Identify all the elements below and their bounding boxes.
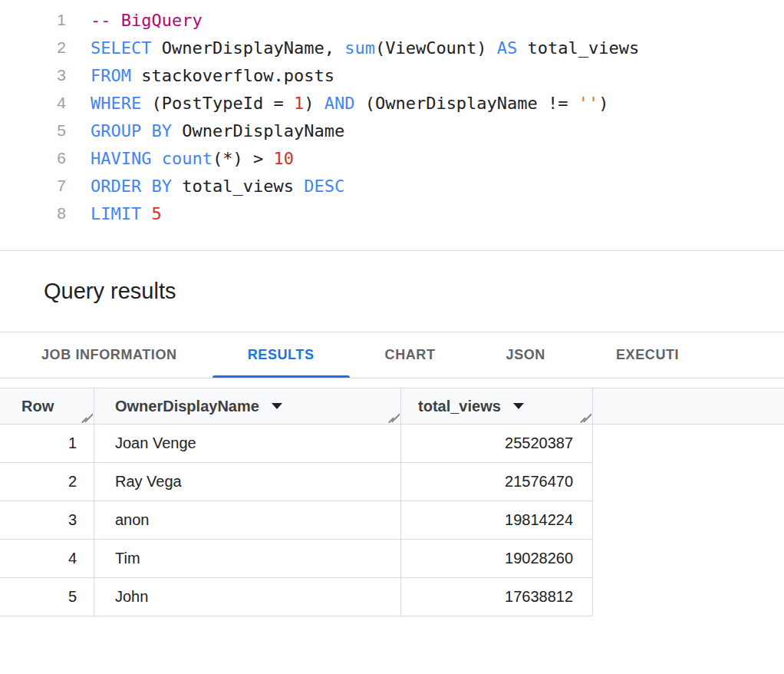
tab-execution-details[interactable]: EXECUTI bbox=[581, 332, 714, 378]
results-tabbar: JOB INFORMATION RESULTS CHART JSON EXECU… bbox=[0, 332, 784, 378]
code-token: '' bbox=[578, 94, 599, 113]
code-line[interactable]: 2 SELECT OwnerDisplayName, sum(ViewCount… bbox=[0, 34, 784, 61]
row-number-cell: 4 bbox=[0, 540, 94, 577]
owner-display-name-cell: Ray Vega bbox=[94, 463, 401, 501]
code-token: AND bbox=[324, 94, 355, 113]
owner-display-name-cell: Joan Venge bbox=[94, 425, 401, 462]
tab-label: CHART bbox=[385, 347, 436, 363]
line-number: 4 bbox=[0, 94, 66, 112]
column-header-total-views[interactable]: total_views bbox=[401, 388, 593, 424]
code-token: DESC bbox=[304, 177, 344, 196]
line-number: 7 bbox=[0, 177, 66, 195]
line-number: 3 bbox=[0, 66, 66, 84]
code-line[interactable]: 6 HAVING count(*) > 10 bbox=[0, 144, 784, 172]
results-table-header: Row OwnerDisplayName total_views bbox=[0, 388, 784, 425]
code-token: 10 bbox=[273, 149, 294, 168]
line-number: 6 bbox=[0, 149, 66, 167]
column-header-ownerdisplayname[interactable]: OwnerDisplayName bbox=[94, 388, 401, 424]
tab-chart[interactable]: CHART bbox=[350, 332, 471, 378]
table-row[interactable]: 1 Joan Venge 25520387 bbox=[0, 425, 593, 463]
table-row[interactable]: 4 Tim 19028260 bbox=[0, 540, 593, 578]
results-tbody: 1 Joan Venge 25520387 2 Ray Vega 2157647… bbox=[0, 425, 784, 616]
code-token: ) bbox=[598, 94, 608, 113]
line-number: 1 bbox=[0, 11, 66, 29]
tab-label: JOB INFORMATION bbox=[41, 347, 177, 363]
table-row[interactable]: 3 anon 19814224 bbox=[0, 501, 593, 540]
code-token: OwnerDisplayName bbox=[172, 121, 344, 140]
code-token: total_views bbox=[172, 177, 304, 196]
column-resize-handle[interactable] bbox=[580, 411, 591, 423]
code-line[interactable]: 5 GROUP BY OwnerDisplayName bbox=[0, 117, 784, 144]
code-token: AS bbox=[497, 38, 518, 58]
tab-label: EXECUTI bbox=[616, 347, 679, 363]
row-number-cell: 3 bbox=[0, 501, 94, 539]
code-token: FROM bbox=[91, 66, 131, 85]
code-text: -- BigQuery bbox=[66, 11, 203, 30]
code-token: LIMIT bbox=[91, 204, 141, 223]
code-token: HAVING bbox=[91, 149, 151, 168]
code-line[interactable]: 4 WHERE (PostTypeId = 1) AND (OwnerDispl… bbox=[0, 89, 784, 117]
tab-results[interactable]: RESULTS bbox=[212, 332, 350, 378]
line-number: 5 bbox=[0, 121, 66, 140]
code-line[interactable]: 1 -- BigQuery bbox=[0, 6, 784, 34]
column-label: Row bbox=[21, 398, 54, 415]
column-header-filler bbox=[593, 388, 784, 424]
total-views-cell: 19814224 bbox=[401, 501, 593, 539]
code-text: ORDER BY total_views DESC bbox=[66, 177, 344, 196]
code-token: (OwnerDisplayName != bbox=[354, 94, 578, 113]
tab-job-information[interactable]: JOB INFORMATION bbox=[6, 332, 212, 378]
sort-dropdown-icon[interactable] bbox=[272, 403, 282, 409]
line-number: 2 bbox=[0, 38, 66, 57]
row-number-cell: 1 bbox=[0, 425, 94, 462]
code-editor[interactable]: 1 -- BigQuery 2 SELECT OwnerDisplayName,… bbox=[0, 6, 784, 227]
tab-label: RESULTS bbox=[248, 347, 315, 363]
owner-display-name-cell: John bbox=[94, 578, 401, 616]
row-number-cell: 2 bbox=[0, 463, 94, 501]
code-token: WHERE bbox=[91, 94, 141, 113]
row-number-cell: 5 bbox=[0, 578, 94, 616]
code-token: SELECT bbox=[91, 38, 151, 58]
column-label: OwnerDisplayName bbox=[115, 398, 259, 415]
sort-dropdown-icon[interactable] bbox=[513, 403, 524, 409]
code-text: WHERE (PostTypeId = 1) AND (OwnerDisplay… bbox=[66, 94, 609, 113]
code-text: HAVING count(*) > 10 bbox=[66, 149, 294, 168]
code-token: 5 bbox=[151, 204, 161, 223]
code-token: (ViewCount) bbox=[375, 38, 497, 58]
table-row[interactable]: 5 John 17638812 bbox=[0, 578, 593, 616]
code-token: sum bbox=[344, 38, 375, 58]
bigquery-console: 1 -- BigQuery 2 SELECT OwnerDisplayName,… bbox=[0, 0, 784, 616]
code-line[interactable]: 3 FROM stackoverflow.posts bbox=[0, 61, 784, 89]
code-token: ORDER BY bbox=[91, 177, 172, 196]
code-line[interactable]: 8 LIMIT 5 bbox=[0, 200, 784, 227]
tab-json[interactable]: JSON bbox=[471, 332, 581, 378]
code-token bbox=[151, 149, 161, 168]
code-text: SELECT OwnerDisplayName, sum(ViewCount) … bbox=[66, 38, 639, 58]
code-token: (*) > bbox=[212, 149, 273, 168]
sql-editor[interactable]: 1 -- BigQuery 2 SELECT OwnerDisplayName,… bbox=[0, 0, 784, 251]
total-views-cell: 21576470 bbox=[401, 463, 593, 501]
column-resize-handle[interactable] bbox=[81, 411, 93, 423]
code-text: LIMIT 5 bbox=[66, 204, 162, 223]
code-text: GROUP BY OwnerDisplayName bbox=[66, 121, 344, 140]
code-token: total_views bbox=[517, 38, 639, 58]
code-line[interactable]: 7 ORDER BY total_views DESC bbox=[0, 172, 784, 200]
column-header-row[interactable]: Row bbox=[0, 388, 94, 424]
line-number: 8 bbox=[0, 204, 66, 223]
code-text: FROM stackoverflow.posts bbox=[66, 66, 334, 85]
total-views-cell: 19028260 bbox=[401, 540, 593, 577]
code-token: count bbox=[162, 149, 212, 168]
tab-label: JSON bbox=[506, 347, 545, 363]
code-token: OwnerDisplayName, bbox=[151, 38, 344, 58]
code-token: (PostTypeId = bbox=[141, 94, 294, 113]
query-results-header: Query results bbox=[0, 251, 784, 332]
results-table: Row OwnerDisplayName total_views 1 Joan … bbox=[0, 388, 784, 616]
table-row[interactable]: 2 Ray Vega 21576470 bbox=[0, 463, 593, 501]
owner-display-name-cell: Tim bbox=[94, 540, 401, 577]
column-resize-handle[interactable] bbox=[388, 411, 400, 423]
code-token: ) bbox=[304, 94, 324, 113]
code-token: stackoverflow.posts bbox=[131, 66, 334, 85]
code-token bbox=[141, 204, 151, 223]
query-results-title: Query results bbox=[44, 279, 176, 304]
column-label: total_views bbox=[418, 398, 501, 415]
total-views-cell: 25520387 bbox=[401, 425, 593, 462]
